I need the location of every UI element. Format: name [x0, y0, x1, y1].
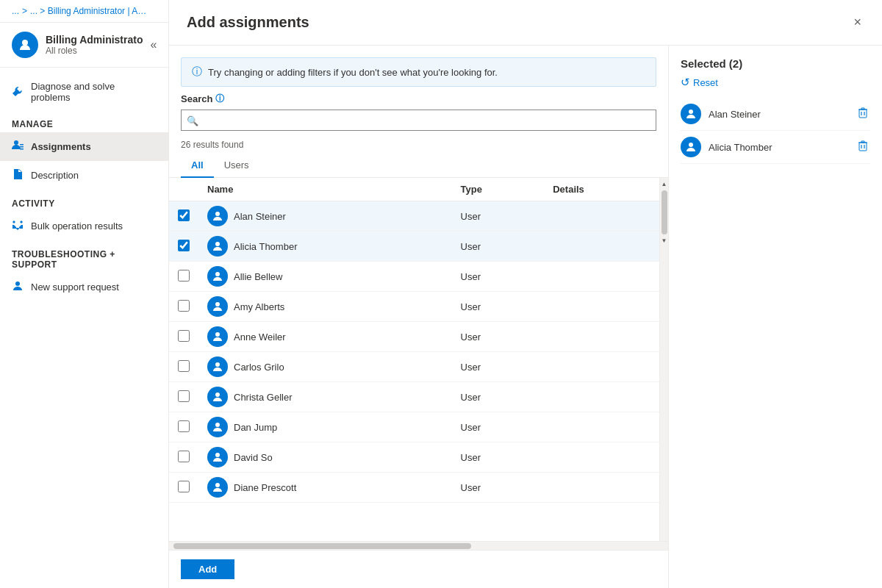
search-icon: 🔍: [187, 115, 198, 126]
type-cell: User: [452, 322, 545, 352]
svg-point-5: [15, 282, 20, 286]
type-cell: User: [452, 201, 545, 232]
name-cell: Allie Bellew: [198, 262, 452, 292]
type-cell: User: [452, 442, 545, 473]
svg-point-19: [689, 143, 693, 147]
person-support-icon: [12, 280, 24, 294]
delete-icon[interactable]: [856, 138, 870, 156]
sidebar-item-assignments[interactable]: Assignments: [0, 132, 168, 161]
checkbox-cell[interactable]: [169, 262, 198, 292]
svg-rect-4: [20, 148, 24, 150]
checkbox-cell[interactable]: [169, 352, 198, 382]
row-checkbox[interactable]: [178, 209, 190, 221]
checkbox-cell[interactable]: [169, 232, 198, 262]
checkbox-cell[interactable]: [169, 382, 198, 412]
info-icon: ⓘ: [192, 65, 202, 79]
header-type: Type: [452, 178, 545, 201]
table-row: Alan SteinerUser: [169, 201, 659, 232]
name-cell: Amy Alberts: [198, 292, 452, 322]
scroll-track[interactable]: [662, 190, 667, 234]
name-cell: Diane Prescott: [198, 473, 452, 503]
breadcrumb[interactable]: ... > ... > Billing Administrator | Assi…: [0, 0, 168, 23]
user-name: Diane Prescott: [234, 482, 296, 493]
vertical-scrollbar[interactable]: ▲ ▼: [659, 178, 668, 541]
row-checkbox[interactable]: [178, 451, 190, 462]
details-cell: [544, 262, 659, 292]
tab-users[interactable]: Users: [214, 154, 259, 178]
scroll-down-button[interactable]: ▼: [660, 236, 668, 245]
search-help-icon[interactable]: ⓘ: [215, 93, 224, 105]
svg-point-13: [215, 423, 220, 427]
table-row: Alicia ThomberUser: [169, 232, 659, 262]
user-name: David So: [234, 452, 273, 463]
details-cell: [544, 412, 659, 442]
users-table: Name Type Details Alan SteinerUserAlicia…: [169, 178, 659, 503]
table-scroll[interactable]: Name Type Details Alan SteinerUserAlicia…: [169, 178, 659, 541]
type-cell: User: [452, 292, 545, 322]
row-checkbox[interactable]: [178, 420, 190, 432]
name-cell: Dan Jump: [198, 412, 452, 442]
type-cell: User: [452, 352, 545, 382]
modal-header: Add assignments ×: [169, 0, 882, 46]
troubleshooting-section-label: Troubleshooting + Support: [0, 240, 168, 273]
type-cell: User: [452, 232, 545, 262]
row-checkbox[interactable]: [178, 360, 190, 372]
checkbox-cell[interactable]: [169, 201, 198, 232]
sidebar-item-diagnose[interactable]: Diagnose and solve problems: [0, 74, 168, 110]
svg-point-7: [215, 242, 220, 246]
user-avatar: [207, 296, 228, 317]
reset-button[interactable]: ↺ Reset: [681, 76, 870, 89]
selected-header: Selected (2): [681, 57, 870, 70]
tab-all[interactable]: All: [181, 154, 214, 178]
header-name: Name: [198, 178, 452, 201]
sidebar-item-support[interactable]: New support request: [0, 273, 168, 301]
checkbox-cell[interactable]: [169, 412, 198, 442]
right-panel: Selected (2) ↺ Reset Alan Steiner Alicia…: [669, 46, 882, 588]
collapse-button[interactable]: «: [150, 38, 157, 51]
modal-body: ⓘ Try changing or adding filters if you …: [169, 46, 882, 588]
details-cell: [544, 292, 659, 322]
checkbox-cell[interactable]: [169, 473, 198, 503]
add-button[interactable]: Add: [181, 559, 234, 579]
row-checkbox[interactable]: [178, 240, 190, 251]
row-checkbox[interactable]: [178, 300, 190, 312]
user-name: Dan Jump: [234, 422, 277, 433]
user-avatar: [207, 206, 228, 226]
svg-rect-3: [20, 146, 24, 148]
user-avatar: [207, 477, 228, 498]
details-cell: [544, 352, 659, 382]
reset-icon: ↺: [681, 76, 690, 89]
modal-close-button[interactable]: ×: [850, 12, 864, 33]
info-banner: ⓘ Try changing or adding filters if you …: [181, 57, 656, 87]
checkbox-cell[interactable]: [169, 442, 198, 473]
header-checkbox: [169, 178, 198, 201]
selected-item: Alicia Thomber: [681, 131, 870, 164]
sidebar-item-bulk[interactable]: Bulk operation results: [0, 212, 168, 240]
name-cell: Alan Steiner: [198, 201, 452, 232]
user-name: Allie Bellew: [234, 271, 282, 282]
scroll-thumb[interactable]: [173, 543, 471, 549]
type-cell: User: [452, 473, 545, 503]
table-header-row: Name Type Details: [169, 178, 659, 201]
type-cell: User: [452, 382, 545, 412]
checkbox-cell[interactable]: [169, 322, 198, 352]
horizontal-scrollbar[interactable]: [169, 541, 668, 550]
manage-section-label: Manage: [0, 110, 168, 132]
sidebar-item-description[interactable]: Description: [0, 161, 168, 190]
row-checkbox[interactable]: [178, 390, 190, 402]
search-input[interactable]: [181, 110, 656, 131]
scroll-up-button[interactable]: ▲: [660, 179, 668, 189]
modal-overlay: Add assignments × ⓘ Try changing or addi…: [169, 0, 882, 588]
sidebar-item-label-diagnose: Diagnose and solve problems: [31, 81, 157, 103]
table-container: Name Type Details Alan SteinerUserAlicia…: [169, 178, 668, 541]
user-name: Alicia Thomber: [234, 241, 297, 252]
sidebar-header: Billing Administrato All roles «: [0, 23, 168, 68]
delete-icon[interactable]: [856, 105, 870, 123]
checkbox-cell[interactable]: [169, 292, 198, 322]
row-checkbox[interactable]: [178, 481, 190, 492]
row-checkbox[interactable]: [178, 330, 190, 342]
row-checkbox[interactable]: [178, 270, 190, 282]
user-avatar: [207, 447, 228, 467]
name-cell: Alicia Thomber: [198, 232, 452, 262]
selected-item: Alan Steiner: [681, 98, 870, 131]
